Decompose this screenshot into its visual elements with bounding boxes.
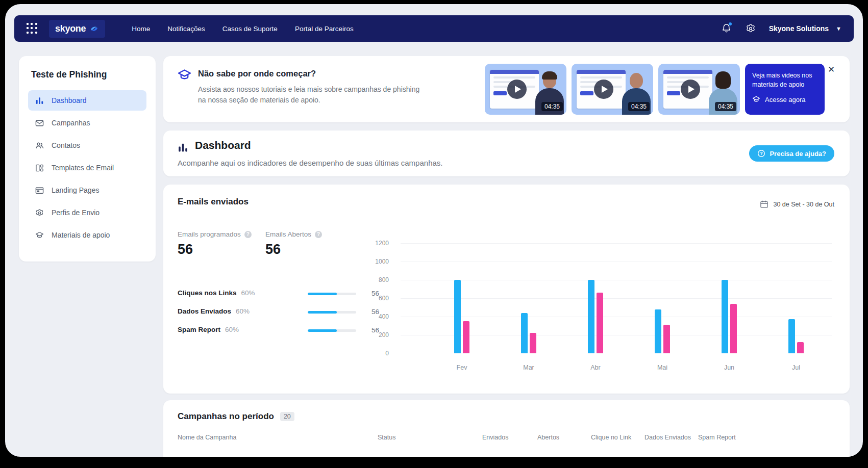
graduation-cap-icon (752, 95, 760, 103)
chart-bar-series-2 (597, 293, 603, 353)
play-icon (681, 80, 700, 99)
chevron-down-icon: ▼ (836, 25, 841, 32)
metric-label: Spam Report (178, 326, 220, 333)
emails-chart-plot (401, 243, 832, 353)
emails-card-title: E-mails enviados (178, 197, 249, 207)
chart-y-tick-label: 1000 (367, 258, 389, 265)
app-launcher-icon[interactable] (27, 23, 38, 34)
progress-bar (308, 329, 356, 332)
column-header-dados-enviados: Dados Enviados (644, 434, 691, 441)
chart-bar-series-1 (722, 280, 728, 353)
metric-cliques-nos-links: Cliques nos Links 60% 56 (178, 289, 397, 299)
app-window: skyone Home Notificações Casos de Suport… (5, 4, 863, 457)
nav-item-portal-de-parceiros[interactable]: Portal de Parceiros (295, 25, 354, 33)
video-thumbnail[interactable]: 04:35 (658, 64, 740, 115)
skyone-swirl-icon (89, 24, 99, 34)
chart-bar-group (788, 319, 804, 353)
skyone-logo[interactable]: skyone (49, 20, 105, 38)
emails-chart-yaxis: 120010008006004002000 (367, 243, 389, 353)
chart-bar-series-2 (663, 325, 670, 353)
chart-y-tick-label: 1200 (367, 240, 389, 247)
emails-chart: 120010008006004002000 FevMarAbrMaiJunJul (367, 236, 834, 376)
stat-emails-abertos: Emails Abertos ? 56 (265, 230, 322, 257)
sidebar-item-label: Landing Pages (52, 186, 99, 194)
chart-bar-series-2 (530, 333, 536, 353)
sidebar-title: Teste de Phishing (31, 69, 146, 80)
date-range-label: 30 de Set - 30 de Out (773, 201, 834, 208)
info-icon[interactable]: ? (315, 231, 322, 238)
chart-x-tick-label: Fev (447, 364, 477, 371)
chart-bar-series-1 (788, 319, 795, 353)
sidebar-item-campanhas[interactable]: Campanhas (28, 113, 146, 133)
navbar-right: Skyone Solutions ▼ (721, 23, 841, 34)
metric-percent: 60% (225, 326, 239, 333)
emails-sent-card: E-mails enviados 30 de Set - 30 de Out E… (163, 185, 850, 394)
page-title: Dashboard (195, 139, 251, 151)
date-range-picker[interactable]: 30 de Set - 30 de Out (760, 200, 834, 209)
video-duration: 04:35 (715, 102, 736, 111)
top-navbar: skyone Home Notificações Casos de Suport… (14, 15, 854, 42)
progress-bar (308, 311, 356, 314)
metric-spam-report: Spam Report 60% 56 (178, 326, 397, 336)
materials-cta-card[interactable]: Veja mais videos nos materiais de apoio … (745, 64, 825, 115)
video-duration: 04:35 (628, 102, 650, 111)
page-subtitle: Acompanhe aqui os indicadores de desempe… (178, 159, 443, 167)
bell-icon[interactable] (721, 23, 732, 34)
chart-bar-group (588, 280, 603, 353)
close-icon[interactable]: ✕ (828, 64, 835, 75)
cta-text: Veja mais videos nos materiais de apoio (752, 71, 817, 89)
count-badge: 20 (280, 412, 294, 421)
banner-title: Não sabe por onde começar? (198, 69, 316, 79)
banner-body: Assista aos nossos tutoriais e leia mais… (198, 84, 423, 106)
sidebar-item-dashboard[interactable]: Dashboard (28, 90, 146, 111)
chart-bar-group (722, 280, 737, 353)
settings-gear-icon[interactable] (746, 23, 756, 34)
chart-bar-series-2 (797, 342, 804, 353)
access-now-label: Acesse agora (765, 96, 806, 103)
emails-chart-xaxis: FevMarAbrMaiJunJul (401, 364, 832, 374)
access-now-link[interactable]: Acesse agora (752, 95, 817, 103)
sidebar-item-contatos[interactable]: Contatos (28, 135, 146, 155)
column-header-clique-no-link: Clique no Link (591, 434, 631, 441)
chart-y-tick-label: 400 (367, 313, 389, 320)
video-thumbnail[interactable]: 04:35 (485, 64, 566, 115)
play-icon (507, 80, 527, 99)
chart-y-tick-label: 0 (367, 350, 389, 357)
chart-x-tick-label: Jun (714, 364, 745, 371)
sidebar-item-landing-pages[interactable]: Landing Pages (28, 180, 146, 200)
chart-bar-series-2 (463, 321, 469, 353)
chart-y-tick-label: 200 (367, 331, 389, 339)
video-thumbnail[interactable]: 04:35 (572, 64, 653, 115)
nav-item-notificacoes[interactable]: Notificações (167, 25, 205, 33)
chart-bar-group (655, 309, 670, 353)
sidebar-item-perfis-de-envio[interactable]: Perfis de Envio (28, 202, 146, 223)
stat-label: Emails Abertos (265, 230, 311, 238)
envelope-icon (35, 119, 44, 127)
account-menu[interactable]: Skyone Solutions ▼ (769, 24, 841, 33)
info-icon[interactable]: ? (244, 231, 252, 238)
sidebar-item-templates-de-email[interactable]: Templates de Email (28, 158, 146, 178)
chart-y-tick-label: 600 (367, 295, 389, 302)
chart-bar-group (521, 313, 536, 353)
chart-x-tick-label: Mar (513, 364, 544, 371)
nav-item-home[interactable]: Home (132, 25, 150, 33)
sidebar-item-label: Materiais de apoio (52, 231, 110, 239)
sidebar-item-materiais-de-apoio[interactable]: Materiais de apoio (28, 225, 146, 245)
dashboard-header-card: Dashboard Acompanhe aqui os indicadores … (163, 131, 850, 176)
sidebar: Teste de Phishing Dashboard Campanhas Co… (19, 56, 156, 262)
help-button[interactable]: ? Precisa de ajuda? (749, 145, 834, 162)
stat-label: Emails programados (178, 230, 241, 238)
sidebar-item-label: Campanhas (52, 119, 90, 127)
bar-chart-icon (35, 96, 44, 105)
logo-text: skyone (55, 23, 86, 34)
column-header-nome-da-campanha: Nome da Campanha (178, 434, 236, 441)
nav-item-casos-de-suporte[interactable]: Casos de Suporte (222, 25, 278, 33)
metric-label: Dados Enviados (178, 307, 231, 315)
chart-bar-series-2 (730, 304, 737, 353)
chart-gridline (401, 262, 832, 262)
stat-value: 56 (265, 242, 322, 257)
chart-bar-series-1 (588, 280, 594, 353)
chart-bar-series-1 (655, 309, 661, 353)
chart-x-tick-label: Abr (580, 364, 611, 371)
campaigns-card: Campanhas no período 20 Nome da Campanha… (163, 400, 850, 457)
